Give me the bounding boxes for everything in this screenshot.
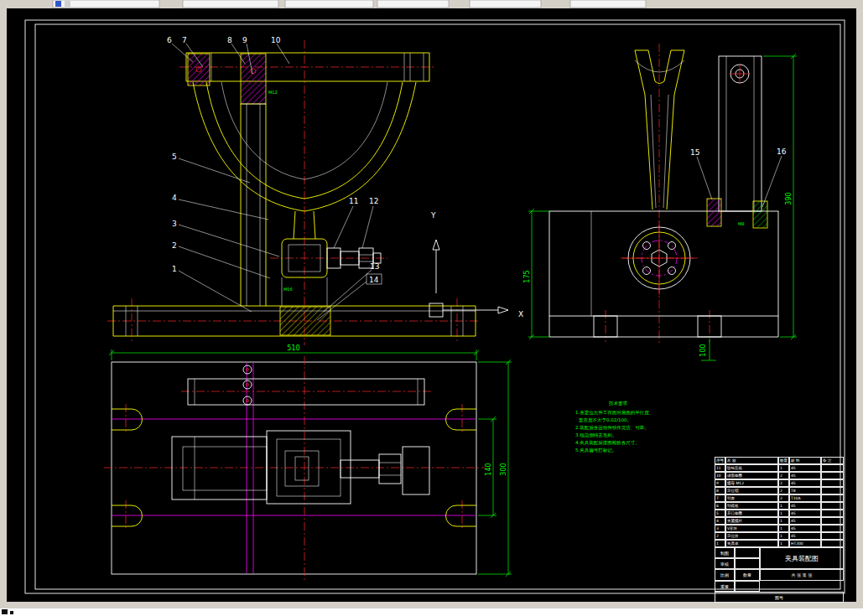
toolbar-fragment[interactable] [183,0,278,8]
bom-table: 序号名 称数量材 料备 注11铰链压板14510球面垫圈2459螺母 M1224… [715,457,844,547]
bom-cell: T8 [789,487,821,494]
bom-cell: 备 注 [821,457,844,464]
bom-cell: 夹具体 [725,540,778,547]
toolbar-fragment[interactable] [570,0,646,8]
bom-cell: 6 [715,502,725,510]
bom-cell: 8 [715,487,725,494]
bom-cell: 5 [715,510,725,517]
bolt-part-hatched [241,54,266,104]
callout-7: 7 [182,36,187,44]
bom-cell: 2 [778,494,789,502]
bom-cell: 45 [789,472,821,479]
label-scale: 比例 [715,569,735,580]
bom-cell: 1 [778,532,789,540]
label-draw: 制图 [715,547,735,558]
bom-cell: 2 [778,479,789,487]
callout-14: 14 [369,276,379,284]
bom-cell: 45 [789,517,821,525]
callout-8: 8 [227,36,232,44]
notes-line: 2.装配后各运动件动作灵活、可靠。 [575,425,649,431]
bom-cell: 1 [778,510,789,517]
toolbar-icon[interactable] [55,1,61,7]
title-block-info: 制图 夹具装配图 审核 比例 数量 共 张 第 张 重量 图号 [715,547,844,603]
bom-row: 7钻套2T10A [715,494,844,502]
toolbar-icon[interactable] [65,1,70,7]
bom-cell: 45 [789,464,821,472]
callout-1: 1 [172,265,177,273]
bom-cell: 7 [715,494,725,502]
bom-row: 2定位块145 [715,532,844,540]
bom-cell: 45 [789,502,821,510]
statusbar-mark [2,609,8,614]
callout-9: 9 [242,36,247,44]
axis-x-label: X [518,310,523,318]
bom-cell: 3 [715,525,725,532]
bom-cell: 螺母 M12 [725,479,778,487]
thread-label: M12 [268,90,278,95]
thread-label: M8 [738,221,745,226]
bom-row: 6钻模板145 [715,502,844,510]
bom-cell: 45 [789,479,821,487]
bom-cell: 10 [715,472,725,479]
toolbar-fragment[interactable] [377,0,449,8]
cell-empty [735,558,760,569]
bom-header-row: 序号名 称数量材 料备 注 [715,457,844,464]
bom-cell: 1 [778,464,789,472]
bom-cell: 2 [778,472,789,479]
bom-cell [821,487,844,494]
bom-cell [821,540,844,547]
callout-4: 4 [172,194,177,202]
bom-row: 10球面垫圈245 [715,472,844,479]
toolbar-fragment[interactable] [470,0,541,8]
label-check: 审核 [715,558,735,569]
bom-row: 8定位销2T8 [715,487,844,494]
bom-cell: 45 [789,525,821,532]
bom-cell: 2 [715,532,725,540]
bom-cell: HT200 [789,540,821,547]
bom-cell: 2 [778,487,789,494]
callout-15: 15 [690,148,699,157]
bom-row: 1夹具体1HT200 [715,540,844,547]
cell-empty [735,547,760,558]
bom-cell: 钻套 [725,494,778,502]
bom-cell: 球面垫圈 [725,472,778,479]
bom-cell [821,510,844,517]
callout-3: 3 [172,220,177,228]
bom-cell: V形块 [725,525,778,532]
bom-cell [821,472,844,479]
callout-2: 2 [172,241,177,250]
bom-cell: 1 [778,517,789,525]
bom-cell: 1 [778,540,789,547]
bom-cell [821,525,844,532]
dim-175: 175 [523,270,531,282]
bom-cell [821,532,844,540]
bom-cell: 45 [789,510,821,517]
side-clamp-hatched [707,199,721,226]
bom-cell: 夹紧螺杆 [725,517,778,525]
bom-cell: 钻模板 [725,502,778,510]
axis-y-label: Y [430,211,436,220]
bom-row: 3V形块145 [715,525,844,532]
callout-5: 5 [172,153,177,161]
bom-cell: 开口垫圈 [725,510,778,517]
dim-140: 140 [485,463,492,475]
bom-cell: 材 料 [789,457,821,464]
callout-13: 13 [370,262,379,271]
toolbar-fragment[interactable] [285,0,373,8]
bom-cell: 4 [715,517,725,525]
cad-application-window: M12 M16 1 2 3 4 5 6 7 8 9 10 11 12 13 14 [0,0,863,616]
bom-cell: 名 称 [725,457,778,464]
bom-cell: 1 [778,525,789,532]
bom-cell: 数量 [778,457,789,464]
bom-cell: 1 [778,502,789,510]
bom-cell: 1 [715,540,725,547]
bom-row: 11铰链压板145 [715,464,844,472]
dim-300: 300 [500,463,507,475]
bom-cell [821,494,844,502]
label-code: 图号 [715,592,844,603]
callout-11: 11 [349,197,358,205]
dim-510: 510 [287,344,299,352]
clamp-part-hatched [188,54,210,85]
callout-6: 6 [167,36,172,44]
callout-10: 10 [271,36,281,44]
